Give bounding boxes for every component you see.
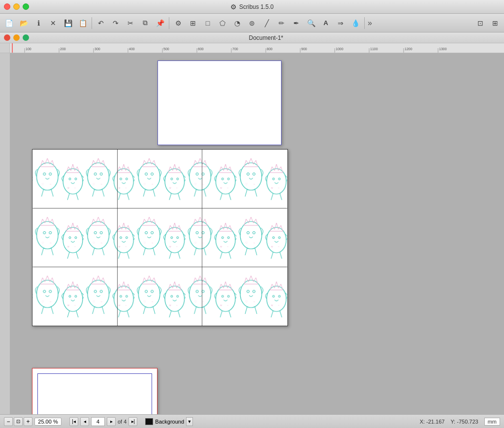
rect-button[interactable]: □ [201,16,215,30]
svg-text:600: 600 [198,47,204,51]
close-button[interactable] [4,3,10,10]
svg-text:300: 300 [94,47,100,51]
layer-color-box [145,418,153,425]
zoom-buttons: − ⊡ + [4,417,32,426]
svg-text:1300: 1300 [439,47,447,51]
ruler-row: 100 200 300 400 500 [0,43,504,414]
next-page-icon: ▸ [110,419,113,424]
save-button[interactable]: 💾 [61,16,75,30]
toolbar-separator-2 [169,17,169,29]
info-button[interactable]: ℹ [32,16,45,30]
svg-text:700: 700 [232,47,238,51]
text-edit-button[interactable]: A [319,16,333,30]
ruler-v-container: 100 200 300 400 500 [0,43,10,414]
arc-button[interactable]: ◔ [230,16,244,30]
maximize-button[interactable] [23,3,29,10]
page-3-inner-border [37,373,152,414]
page-navigation: |◂ ◂ ▸ of 4 ▸| [69,417,137,426]
preview-button[interactable]: ⊡ [473,16,487,30]
spiral-button[interactable]: ⊚ [245,16,259,30]
svg-text:1100: 1100 [370,47,378,51]
svg-text:1000: 1000 [336,47,344,51]
main-canvas[interactable]: ♡ ~ [10,53,504,414]
grid-button[interactable]: ⊞ [186,16,200,30]
page-1[interactable] [158,61,282,145]
app-icon: ⚙ [230,3,237,11]
paste-button[interactable]: 📌 [153,16,167,30]
undo-button[interactable]: ↶ [94,16,108,30]
new-button[interactable]: 📄 [2,16,16,30]
page-2[interactable]: ♡ ~ [32,149,288,326]
copy-button[interactable]: ⧉ [138,16,152,30]
minimize-button[interactable] [13,3,20,10]
ruler-corner [0,43,10,53]
svg-text:500: 500 [163,47,169,51]
svg-rect-51 [32,150,287,326]
svg-text:900: 900 [301,47,307,51]
pattern-fill: ♡ ~ [32,150,287,326]
zoom-control: − ⊡ + 25.00 % [4,417,62,426]
toolbar-separator-1 [92,17,92,29]
zoom-button[interactable]: 🔍 [304,16,318,30]
title-bar: ⚙ Scribus 1.5.0 [0,0,504,14]
canvas-area: 100 200 300 400 500 [0,43,504,414]
svg-text:1200: 1200 [405,47,412,51]
redo-button[interactable]: ↷ [109,16,123,30]
first-page-button[interactable]: |◂ [69,417,78,426]
page-3[interactable] [32,368,158,414]
document-title: Document-1* [249,34,283,41]
traffic-lights [4,3,29,10]
zoom-in-button[interactable]: + [24,417,32,426]
export-pdf-button[interactable]: 📋 [76,16,90,30]
line-button[interactable]: ╱ [260,16,274,30]
inner-window-controls: Document-1* [0,32,504,43]
zoom-out-button[interactable]: − [4,417,13,426]
status-bar: − ⊡ + 25.00 % |◂ ◂ ▸ of 4 ▸| Background … [0,414,504,428]
close-doc-button[interactable]: ✕ [46,16,60,30]
inner-maximize-button[interactable] [23,34,29,41]
next-page-button[interactable]: ▸ [107,417,116,426]
fullscreen-button[interactable]: ⊞ [488,16,502,30]
zoom-fit-button[interactable]: ⊡ [14,417,23,426]
svg-text:800: 800 [267,47,273,51]
inner-close-button[interactable] [4,34,10,41]
shape-button[interactable]: ⬠ [216,16,229,30]
eyedropper-button[interactable]: 💧 [348,16,362,30]
coord-x: X: -21.167 [420,419,445,425]
layer-control: Background ▼ [145,417,193,426]
settings-button[interactable]: ⚙ [171,16,185,30]
layer-name: Background [155,419,184,425]
svg-text:400: 400 [129,47,135,51]
coord-y: Y: -750.723 [450,419,478,425]
link-frames-button[interactable]: ⇒ [334,16,347,30]
page-number-input[interactable] [91,417,105,426]
last-page-button[interactable]: ▸| [128,417,137,426]
horizontal-ruler: 100 200 300 400 500 600 700 800 [10,43,504,53]
calligraphy-button[interactable]: ✒ [289,16,303,30]
prev-page-button[interactable]: ◂ [80,417,89,426]
inner-minimize-button[interactable] [13,34,20,41]
total-pages-label: of 4 [118,419,126,425]
toolbar-separator-3 [364,17,365,29]
unit-selector[interactable]: mm [484,418,500,426]
svg-text:200: 200 [60,47,66,51]
coordinates-display: X: -21.167 Y: -750.723 mm [420,418,500,426]
more-tools-button[interactable]: » [368,19,372,28]
zoom-value[interactable]: 25.00 % [34,418,62,426]
title-bar-title: ⚙ Scribus 1.5.0 [230,3,274,11]
cut-button[interactable]: ✂ [124,16,137,30]
open-button[interactable]: 📂 [17,16,31,30]
app-title: Scribus 1.5.0 [239,3,274,10]
pen-button[interactable]: ✏ [275,16,288,30]
toolbar: 📄 📂 ℹ ✕ 💾 📋 ↶ ↷ ✂ ⧉ 📌 ⚙ ⊞ □ ⬠ ◔ ⊚ ╱ ✏ ✒ … [0,14,504,32]
ruler-h-container: 100 200 300 400 500 600 700 800 [10,43,504,414]
svg-text:100: 100 [26,47,32,51]
layer-dropdown-button[interactable]: ▼ [186,417,193,426]
